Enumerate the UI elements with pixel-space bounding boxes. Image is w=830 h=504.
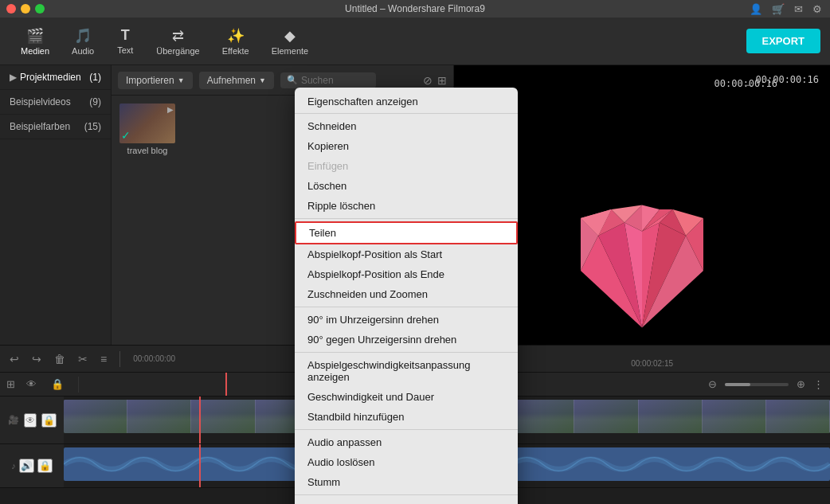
effekte-icon: ✨ bbox=[227, 27, 245, 45]
ctx-rotate-ccw[interactable]: 90° gegen Uhrzeigersinn drehen bbox=[295, 330, 518, 350]
video-icon: ▶ bbox=[167, 105, 174, 114]
ctx-farbkorrektur[interactable]: Farbkorrektur bbox=[295, 498, 518, 504]
list-icon[interactable]: ≡ bbox=[97, 351, 110, 367]
toolbar-uebergaenge[interactable]: ⇄ Übergänge bbox=[145, 24, 210, 59]
toolbar-medien-label: Medien bbox=[21, 46, 49, 56]
toolbar-effekte-label: Effekte bbox=[222, 46, 249, 56]
audio-track-icon: ♪ bbox=[11, 461, 16, 471]
uebergaenge-icon: ⇄ bbox=[172, 27, 184, 45]
ctx-abspielkopf-ende[interactable]: Abspielkopf-Position als Ende bbox=[295, 264, 518, 284]
undo-icon[interactable]: ↩ bbox=[6, 351, 22, 367]
media-view-icons: ⊘ ⊞ bbox=[423, 74, 447, 87]
toolbar-elemente[interactable]: ◆ Elemente bbox=[260, 24, 319, 59]
traffic-lights bbox=[6, 4, 45, 14]
audio-lock-icon[interactable]: 🔒 bbox=[37, 459, 53, 473]
export-button[interactable]: EXPORT bbox=[746, 29, 820, 53]
audio-track-controls: ♪ 🔊 🔒 bbox=[0, 444, 64, 487]
user-icon[interactable]: 👤 bbox=[750, 3, 762, 15]
video-eye-icon[interactable]: 👁 bbox=[24, 413, 37, 428]
audio-icon: 🎵 bbox=[74, 27, 92, 45]
time-mid2: 00:00:02:15 bbox=[631, 359, 673, 368]
eye-icon[interactable]: 👁 bbox=[23, 377, 40, 392]
titlebar: Untitled – Wondershare Filmora9 👤 🛒 ✉ ⚙ bbox=[0, 0, 830, 18]
add-clip-icon[interactable]: ⊞ bbox=[6, 378, 15, 390]
grid-icon[interactable]: ⊞ bbox=[437, 74, 447, 87]
ctx-audio-anpassen[interactable]: Audio anpassen bbox=[295, 432, 518, 452]
search-box[interactable]: 🔍 bbox=[280, 72, 376, 88]
medien-icon: 🎬 bbox=[26, 27, 44, 45]
nav-beispielvideos[interactable]: Beispielvideos (9) bbox=[0, 90, 111, 115]
zoom-icon[interactable]: ⊖ bbox=[708, 378, 717, 390]
toolbar-text-label: Text bbox=[117, 45, 133, 55]
ctx-einfuegen[interactable]: Einfügen bbox=[295, 156, 518, 176]
ctx-ripple-loeschen[interactable]: Ripple löschen bbox=[295, 196, 518, 216]
video-lock-icon[interactable]: 🔒 bbox=[41, 413, 57, 428]
import-label: Importieren bbox=[126, 75, 174, 86]
nav-projektmedien[interactable]: ▶ Projektmedien (1) bbox=[0, 65, 111, 90]
nav-beispielvideos-label: Beispielvideos bbox=[10, 96, 89, 107]
search-icon: 🔍 bbox=[287, 75, 298, 85]
toolbar-effekte[interactable]: ✨ Effekte bbox=[211, 24, 260, 59]
import-button[interactable]: Importieren ▼ bbox=[118, 72, 193, 89]
text-icon: T bbox=[121, 27, 130, 44]
ctx-rotate-cw[interactable]: 90° im Uhrzeigersinn drehen bbox=[295, 310, 518, 330]
toolbar-audio[interactable]: 🎵 Audio bbox=[61, 24, 105, 59]
ctx-stumm[interactable]: Stumm bbox=[295, 472, 518, 492]
nav-projektmedien-count: (1) bbox=[89, 72, 101, 83]
video-track-controls: 🎥 👁 🔒 bbox=[0, 397, 64, 443]
ctx-loeschen[interactable]: Löschen bbox=[295, 176, 518, 196]
record-label: Aufnehmen bbox=[207, 75, 256, 86]
import-chevron-icon: ▼ bbox=[178, 76, 185, 84]
preview-heart-svg bbox=[554, 191, 730, 350]
toolbar-elemente-label: Elemente bbox=[272, 46, 308, 56]
nav-arrow-projektmedien: ▶ bbox=[10, 72, 17, 83]
ctx-geschwindigkeit-dauer[interactable]: Geschwindigkeit und Dauer bbox=[295, 387, 518, 407]
mail-icon[interactable]: ✉ bbox=[794, 3, 803, 15]
zoom-in-icon[interactable]: ⊕ bbox=[797, 378, 805, 390]
toolbar-medien[interactable]: 🎬 Medien bbox=[10, 24, 61, 59]
ctx-zuschneiden-zoomen[interactable]: Zuschneiden und Zoomen bbox=[295, 284, 518, 304]
search-input[interactable] bbox=[301, 75, 357, 86]
more-icon[interactable]: ⋮ bbox=[813, 378, 824, 390]
ctx-teilen[interactable]: Teilen bbox=[295, 221, 518, 244]
toolbar-audio-label: Audio bbox=[72, 46, 94, 56]
nav-beispielfarben-count: (15) bbox=[84, 121, 101, 132]
toolbar-text[interactable]: T Text bbox=[105, 24, 145, 58]
window-title: Untitled – Wondershare Filmora9 bbox=[345, 3, 485, 14]
time-start: 00:00:00:00 bbox=[133, 354, 175, 363]
redo-icon[interactable]: ↪ bbox=[29, 351, 45, 367]
media-item-travelblog[interactable]: ✓ ▶ travel blog bbox=[119, 104, 175, 155]
elemente-icon: ◆ bbox=[284, 27, 296, 45]
toolbar: 🎬 Medien 🎵 Audio T Text ⇄ Übergänge ✨ Ef… bbox=[0, 18, 830, 65]
media-thumb: ✓ ▶ bbox=[119, 104, 175, 143]
video-track-icon: 🎥 bbox=[8, 415, 19, 425]
ctx-kopieren[interactable]: Kopieren bbox=[295, 136, 518, 156]
filter-icon[interactable]: ⊘ bbox=[423, 74, 433, 87]
delete-icon[interactable]: 🗑 bbox=[51, 351, 69, 367]
titlebar-actions: 👤 🛒 ✉ ⚙ bbox=[750, 3, 822, 15]
lock-icon[interactable]: 🔒 bbox=[48, 377, 67, 392]
ctx-abspielkopf-start[interactable]: Abspielkopf-Position als Start bbox=[295, 244, 518, 264]
ctx-geschwindigkeit-anzeigen[interactable]: Abspielgeschwindigkeitsanpassung anzeige… bbox=[295, 355, 518, 387]
record-chevron-icon: ▼ bbox=[259, 76, 266, 84]
nav-projektmedien-label: Projektmedien bbox=[20, 72, 89, 83]
nav-beispielvideos-count: (9) bbox=[89, 96, 101, 107]
ctx-standbild[interactable]: Standbild hinzufügen bbox=[295, 407, 518, 427]
cut-icon[interactable]: ✂ bbox=[75, 351, 91, 367]
check-icon: ✓ bbox=[121, 129, 131, 142]
preview-icon-1[interactable]: ⎯ bbox=[745, 73, 751, 86]
preview-time-display: 00:00:00:16 bbox=[756, 74, 819, 85]
ctx-schneiden[interactable]: Schneiden bbox=[295, 116, 518, 136]
nav-beispielfarben-label: Beispielfarben bbox=[10, 121, 84, 132]
toolbar-uebergaenge-label: Übergänge bbox=[156, 46, 199, 56]
close-button[interactable] bbox=[6, 4, 16, 14]
fullscreen-button[interactable] bbox=[35, 4, 45, 14]
record-button[interactable]: Aufnehmen ▼ bbox=[199, 72, 274, 89]
cart-icon[interactable]: 🛒 bbox=[772, 3, 785, 15]
nav-beispielfarben[interactable]: Beispielfarben (15) bbox=[0, 115, 111, 139]
settings-icon[interactable]: ⚙ bbox=[812, 3, 822, 15]
ctx-audio-loeschen[interactable]: Audio loslösen bbox=[295, 452, 518, 472]
minimize-button[interactable] bbox=[21, 4, 30, 14]
ctx-eigenschaften[interactable]: Eigenschaften anzeigen bbox=[295, 91, 518, 111]
audio-vol-icon[interactable]: 🔊 bbox=[19, 459, 34, 473]
